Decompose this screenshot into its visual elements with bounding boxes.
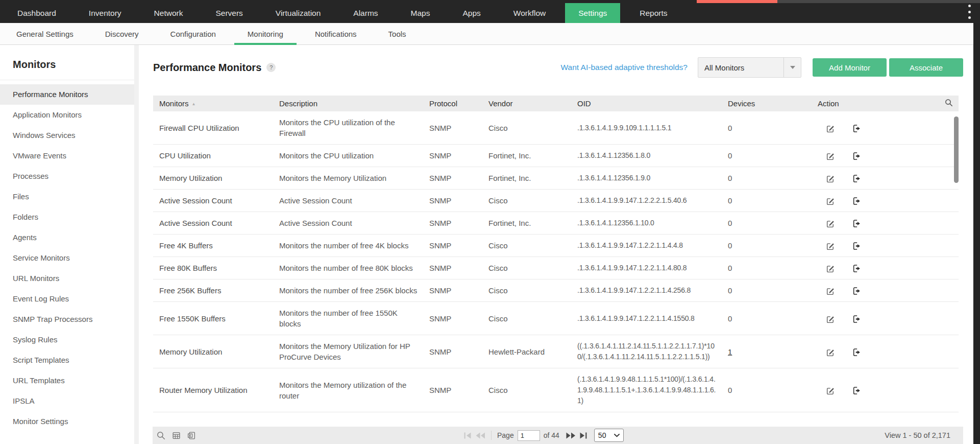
edit-icon[interactable] <box>826 124 835 133</box>
action-cell <box>813 335 939 368</box>
top-nav-item[interactable]: Virtualization <box>262 3 334 23</box>
devices-count[interactable]: 0 <box>728 264 732 272</box>
top-nav-item[interactable]: Alarms <box>340 3 391 23</box>
edit-icon[interactable] <box>826 315 835 324</box>
sidebar-item[interactable]: Syslog Rules <box>0 330 134 350</box>
monitor-name-cell: Free 4K Buffers <box>153 235 274 257</box>
scrollbar-gutter-cell <box>939 190 959 212</box>
sub-nav-tab[interactable]: General Settings <box>3 23 87 44</box>
oid-cell: .1.3.6.1.4.1.9.9.147.1.2.2.1.1.4.4.8 <box>572 235 723 257</box>
associate-export-icon[interactable] <box>852 219 862 228</box>
top-nav-item[interactable]: Maps <box>398 3 444 23</box>
devices-count[interactable]: 0 <box>728 386 732 394</box>
sidebar-item[interactable]: SNMP Trap Processors <box>0 309 134 330</box>
associate-export-icon[interactable] <box>852 287 862 296</box>
sidebar-item[interactable]: Files <box>0 186 134 207</box>
associate-export-icon[interactable] <box>852 197 862 206</box>
sub-nav-tab[interactable]: Discovery <box>92 23 152 44</box>
associate-export-icon[interactable] <box>852 124 862 133</box>
table-search-icon[interactable] <box>939 96 959 111</box>
devices-count[interactable]: 0 <box>728 241 732 250</box>
last-page-button[interactable] <box>580 432 587 439</box>
monitor-name-cell: Free 1550K Buffers <box>153 302 274 335</box>
associate-export-icon[interactable] <box>852 348 862 357</box>
add-monitor-button[interactable]: Add Monitor <box>813 58 887 77</box>
sidebar-item[interactable]: URL Templates <box>0 370 134 391</box>
devices-cell: 1 <box>723 335 813 368</box>
action-cell <box>813 368 939 412</box>
edit-icon[interactable] <box>826 264 835 273</box>
page-title: Performance Monitors <box>153 62 261 74</box>
help-icon[interactable]: ? <box>266 63 276 72</box>
first-page-button[interactable] <box>464 432 472 439</box>
page-size-select[interactable]: 50 <box>594 429 624 442</box>
edit-icon[interactable] <box>826 174 835 183</box>
sub-nav-tab[interactable]: Monitoring <box>234 23 297 44</box>
grid-search-icon[interactable] <box>157 431 165 440</box>
excel-export-icon[interactable] <box>187 431 196 440</box>
top-nav-item[interactable]: Reports <box>626 3 680 23</box>
adaptive-thresholds-link[interactable]: Want AI-based adaptive thresholds? <box>561 63 688 72</box>
associate-export-icon[interactable] <box>852 242 862 251</box>
edit-icon[interactable] <box>826 219 835 228</box>
associate-export-icon[interactable] <box>852 174 862 183</box>
devices-count[interactable]: 0 <box>728 219 732 227</box>
sidebar-item[interactable]: Application Monitors <box>0 105 134 125</box>
column-header-monitors[interactable]: Monitors▲ <box>153 96 274 111</box>
sidebar-item[interactable]: IPSLA <box>0 391 134 411</box>
associate-button[interactable]: Associate <box>889 58 963 77</box>
sidebar-item[interactable]: Agents <box>0 227 134 248</box>
previous-page-button[interactable] <box>475 432 485 439</box>
sidebar-item[interactable]: Processes <box>0 166 134 186</box>
sidebar-item[interactable]: Service Monitors <box>0 248 134 268</box>
top-nav-item[interactable]: Settings <box>565 3 620 23</box>
filter-selected-value: All Monitors <box>698 63 783 72</box>
devices-cell: 0 <box>723 145 813 167</box>
top-nav-item[interactable]: Apps <box>449 3 494 23</box>
more-options-kebab-icon[interactable] <box>965 5 974 19</box>
sidebar-item[interactable]: Folders <box>0 207 134 227</box>
sidebar-item[interactable]: Windows Services <box>0 125 134 146</box>
associate-export-icon[interactable] <box>852 264 862 273</box>
sub-nav-tab[interactable]: Configuration <box>157 23 229 44</box>
description-cell: Monitors the number of free 1550K blocks <box>274 302 424 335</box>
column-header-devices: Devices <box>723 96 813 111</box>
next-page-button[interactable] <box>566 432 576 439</box>
edit-icon[interactable] <box>826 197 835 206</box>
devices-count[interactable]: 0 <box>728 124 732 132</box>
devices-count[interactable]: 0 <box>728 314 732 323</box>
devices-count[interactable]: 0 <box>728 286 732 295</box>
edit-icon[interactable] <box>826 152 835 161</box>
associate-export-icon[interactable] <box>852 315 862 324</box>
devices-count[interactable]: 0 <box>728 196 732 205</box>
top-nav-item[interactable]: Workflow <box>500 3 559 23</box>
description-cell: Monitors the CPU utilization of the Fire… <box>274 111 424 145</box>
sidebar-item[interactable]: Monitor Settings <box>0 411 134 432</box>
sub-nav-tab[interactable]: Notifications <box>302 23 370 44</box>
top-nav-item[interactable]: Network <box>141 3 197 23</box>
edit-icon[interactable] <box>826 287 835 296</box>
sidebar-item[interactable]: URL Monitors <box>0 268 134 289</box>
associate-export-icon[interactable] <box>852 152 862 161</box>
edit-icon[interactable] <box>826 348 835 357</box>
protocol-cell: SNMP <box>424 368 483 412</box>
table-export-icon[interactable] <box>172 431 181 440</box>
top-nav-item[interactable]: Servers <box>202 3 256 23</box>
devices-count[interactable]: 1 <box>728 347 732 356</box>
associate-export-icon[interactable] <box>852 386 862 395</box>
devices-count[interactable]: 0 <box>728 151 732 160</box>
devices-count[interactable]: 0 <box>728 174 732 182</box>
sub-nav-tab[interactable]: Tools <box>375 23 420 44</box>
top-nav-item[interactable]: Dashboard <box>4 3 69 23</box>
sidebar-item[interactable]: Script Templates <box>0 350 134 370</box>
monitor-filter-dropdown[interactable]: All Monitors <box>698 57 801 78</box>
sidebar-item[interactable]: Performance Monitors <box>0 84 134 105</box>
edit-icon[interactable] <box>826 386 835 395</box>
table-scrollbar-thumb[interactable] <box>954 116 959 183</box>
edit-icon[interactable] <box>826 242 835 251</box>
page-number-input[interactable] <box>518 430 540 441</box>
top-nav-item[interactable]: Inventory <box>76 3 135 23</box>
sidebar-item[interactable]: Event Log Rules <box>0 289 134 309</box>
scrollbar-gutter-cell <box>939 335 959 368</box>
sidebar-item[interactable]: VMware Events <box>0 146 134 166</box>
